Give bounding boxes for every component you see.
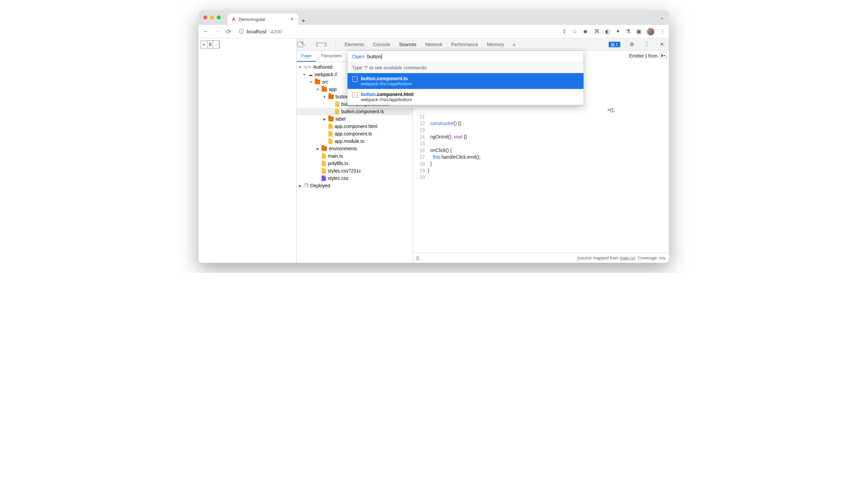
issues-badge[interactable]: ▤ 1: [609, 42, 621, 47]
reload-button[interactable]: ⟳: [225, 28, 233, 35]
url-host: localhost: [247, 29, 267, 34]
tree-polyfills[interactable]: polyfills.ts: [297, 160, 413, 167]
tree-app-ts[interactable]: app.component.ts: [297, 130, 413, 138]
tree-main[interactable]: main.ts: [297, 152, 413, 160]
open-result-1[interactable]: ◦ button.component.ts webpack:///src/app…: [347, 73, 584, 89]
tabs-overflow[interactable]: »: [512, 39, 516, 50]
source-mapped-text: (source mapped from main.js): [577, 255, 635, 260]
inspect-icon[interactable]: ⃞↖: [300, 41, 307, 48]
labs-icon[interactable]: ⚗: [625, 28, 631, 35]
tree-styles-q[interactable]: styles.css?231c: [297, 167, 413, 175]
tab-performance[interactable]: Performance: [451, 39, 479, 50]
devtools-panel: ⃞↖ ⫍⫎ | Elements Console Sources Network…: [296, 39, 669, 263]
url-bar[interactable]: ⓘ localhost:4200: [236, 27, 285, 36]
pretty-print-button[interactable]: {}: [416, 255, 419, 260]
open-file-popup: Open button Type '?' to see available co…: [347, 51, 584, 105]
titlebar: A DemoAngular × + ⌄: [199, 10, 669, 25]
browser-tab[interactable]: A DemoAngular ×: [227, 13, 298, 25]
browser-tabs: A DemoAngular × +: [227, 10, 306, 25]
open-label: Open: [352, 54, 365, 59]
file-icon: ◦: [352, 92, 358, 98]
counter-value: 0: [208, 42, 213, 47]
devtools-body: Page Filesystem ▼</>Authored ▼☁webpack:/…: [297, 51, 669, 263]
tab-console[interactable]: Console: [373, 39, 391, 50]
settings-icon[interactable]: ⚙: [628, 41, 635, 48]
chrome-menu-icon[interactable]: ⋮: [660, 28, 665, 35]
coverage-text: Coverage: n/a: [638, 255, 665, 260]
new-tab-button[interactable]: +: [302, 17, 306, 25]
tab-title: DemoAngular: [239, 17, 266, 22]
tree-environments[interactable]: ▶environments: [297, 145, 413, 152]
device-toolbar-icon[interactable]: ⫍⫎: [314, 41, 328, 48]
browser-window: A DemoAngular × + ⌄ ← → ⟳ ⓘ localhost:42…: [199, 10, 669, 263]
open-hint: Type '?' to see available commands: [347, 62, 584, 73]
result-path: webpack:///src/app/button/: [361, 97, 414, 102]
decrement-button[interactable]: -: [213, 41, 220, 48]
bookmark-icon[interactable]: ☆: [572, 28, 577, 35]
tree-app-module[interactable]: app.module.ts: [297, 138, 413, 145]
page-viewport: + 0 -: [199, 39, 296, 263]
profile-avatar[interactable]: [647, 28, 654, 35]
minimize-window-button[interactable]: [210, 15, 214, 20]
close-tab-button[interactable]: ×: [290, 16, 293, 22]
open-result-2[interactable]: ◦ button.component.html webpack:///src/a…: [347, 89, 584, 105]
tree-button-ts[interactable]: button.component.ts: [297, 108, 413, 115]
address-bar: ← → ⟳ ⓘ localhost:4200 ⇪ ☆ ☻ ⌘ ◐ ✦ ⚗ ▣ ⋮: [199, 25, 669, 39]
open-file-input-row[interactable]: Open button: [347, 51, 584, 62]
url-port: :4200: [269, 29, 282, 34]
subtab-filesystem[interactable]: Filesystem: [316, 51, 346, 62]
result-title: button.component.ts: [361, 76, 412, 81]
open-query: button: [367, 54, 382, 59]
extension-icon-3[interactable]: ◐: [605, 28, 610, 35]
tree-styles[interactable]: styles.css: [297, 175, 413, 182]
content-area: + 0 - ⃞↖ ⫍⫎ | Elements Console Sources N…: [199, 39, 669, 263]
toggle-debugger-sidebar[interactable]: ▮◂: [659, 52, 667, 59]
devtools-tabs: ⃞↖ ⫍⫎ | Elements Console Sources Network…: [297, 39, 669, 51]
result-title: button.component.html: [361, 92, 414, 97]
back-button[interactable]: ←: [202, 28, 210, 35]
angular-icon: A: [232, 17, 235, 22]
share-icon[interactable]: ⇪: [562, 28, 567, 35]
tabs-dropdown-button[interactable]: ⌄: [660, 15, 664, 20]
subtab-page[interactable]: Page: [297, 51, 316, 62]
window-controls: [203, 15, 221, 20]
counter-widget: + 0 -: [201, 41, 220, 48]
tab-memory[interactable]: Memory: [486, 39, 505, 50]
forward-button[interactable]: →: [213, 28, 222, 35]
tree-deployed[interactable]: ▶❒Deployed: [297, 182, 413, 189]
extension-icon-2[interactable]: ⌘: [594, 28, 600, 35]
result-path: webpack:///src/app/button/: [361, 81, 412, 86]
source-map-link[interactable]: main.js: [620, 255, 634, 260]
tab-sources[interactable]: Sources: [398, 39, 417, 50]
toolbar-icons: ⇪ ☆ ☻ ⌘ ◐ ✦ ⚗ ▣ ⋮: [562, 28, 665, 35]
increment-button[interactable]: +: [201, 41, 208, 48]
tree-label-folder[interactable]: ▶label: [297, 115, 413, 123]
tab-elements[interactable]: Elements: [344, 39, 365, 50]
maximize-window-button[interactable]: [217, 15, 221, 20]
editor-statusbar: {} (source mapped from main.js) Coverage…: [413, 253, 669, 263]
close-window-button[interactable]: [203, 15, 207, 20]
tree-app-html[interactable]: app.component.html: [297, 123, 413, 130]
tab-network[interactable]: Network: [425, 39, 443, 50]
side-panel-icon[interactable]: ▣: [636, 28, 642, 35]
site-info-icon[interactable]: ⓘ: [239, 28, 244, 35]
devtools-menu-icon[interactable]: ⋮: [643, 41, 651, 48]
extension-icon-1[interactable]: ☻: [582, 28, 589, 35]
file-icon: ◦: [352, 76, 358, 82]
close-devtools-icon[interactable]: ✕: [659, 41, 665, 48]
extensions-icon[interactable]: ✦: [616, 28, 620, 35]
